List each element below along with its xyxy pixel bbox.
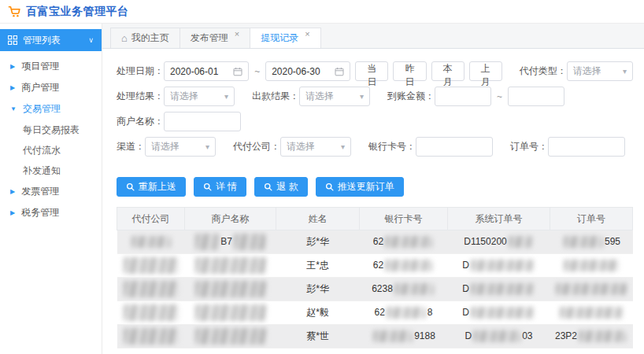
sidebar-item-label: 发票管理 <box>21 185 59 198</box>
payout-result-select[interactable]: 请选择 ▾ <box>299 87 370 106</box>
sidebar-subitem-reissue-notice[interactable]: 补发通知 <box>0 160 102 181</box>
sidebar: 管理列表 ∨ ▶ 项目管理 ▶ 商户管理 ▼ 交易管理 每日交易报表 代付流水 <box>0 24 102 354</box>
masked-name: 王*忠 <box>306 260 329 271</box>
amount-max-input[interactable] <box>508 87 564 106</box>
cell-customer-name: 彭*华 <box>276 278 360 301</box>
merchant-fragment: B7 <box>220 236 232 247</box>
redacted-text-blur <box>195 234 219 250</box>
date-from-field[interactable] <box>170 66 230 77</box>
cell-pay-company <box>117 278 185 301</box>
tab-withdraw-records[interactable]: 提现记录 × <box>250 28 320 48</box>
amount-max-field[interactable] <box>514 91 558 102</box>
records-table: 代付公司 商户名称 姓名 银行卡号 系统订单号 订单号 B7 彭*华 <box>117 207 633 348</box>
table-row[interactable]: B7 彭*华 62 D1150200 595 <box>117 230 633 254</box>
date-from-input[interactable] <box>164 61 249 81</box>
resend-button[interactable]: 重新上送 <box>117 177 186 197</box>
cell-bank-card: 9188 <box>360 325 448 348</box>
search-icon <box>203 183 212 191</box>
date-filter-label: 处理日期： <box>117 65 164 78</box>
redacted-text-blur <box>471 283 534 295</box>
merchant-name-input[interactable] <box>164 112 241 131</box>
bank-card-input[interactable] <box>416 137 493 157</box>
select-placeholder: 请选择 <box>287 140 315 153</box>
refund-button[interactable]: 退 款 <box>254 177 307 197</box>
quick-this-month-button[interactable]: 本月 <box>431 61 464 81</box>
channel-select[interactable]: 请选择 ▾ <box>145 137 216 157</box>
range-separator: ~ <box>497 91 502 102</box>
table-row[interactable]: 蔡*世 9188 D03 23P2 <box>117 325 633 348</box>
order-no-input[interactable] <box>548 137 625 157</box>
amount-min-field[interactable] <box>441 91 485 102</box>
search-icon <box>264 183 272 191</box>
quick-today-button[interactable]: 当日 <box>355 61 388 81</box>
quick-yesterday-button[interactable]: 昨日 <box>393 61 426 81</box>
table-row[interactable]: 彭*华 6238 D <box>117 278 633 301</box>
sidebar-item-tax[interactable]: ▶ 税务管理 <box>0 202 102 223</box>
sys-order-fragment: D1150200 <box>464 236 507 247</box>
chevron-down-icon: ▾ <box>623 68 627 76</box>
cell-bank-card: 62 <box>360 254 448 278</box>
cell-merchant-name <box>185 278 276 301</box>
quick-last-month-button[interactable]: 上月 <box>469 61 502 81</box>
sidebar-item-invoice[interactable]: ▶ 发票管理 <box>0 181 102 202</box>
button-label: 重新上送 <box>139 180 176 194</box>
pay-type-label: 代付类型： <box>520 65 567 78</box>
amount-min-input[interactable] <box>435 87 491 106</box>
col-sys-order: 系统订单号 <box>448 208 550 230</box>
redacted-text-blur <box>564 236 603 248</box>
order-no-label: 订单号： <box>510 140 548 153</box>
cell-merchant-name <box>185 254 276 278</box>
tab-publish-manage[interactable]: 发布管理 × <box>180 28 250 48</box>
date-to-field[interactable] <box>272 66 331 77</box>
merchant-name-field[interactable] <box>170 116 235 127</box>
sidebar-item-merchant[interactable]: ▶ 商户管理 <box>0 77 102 98</box>
sys-order-fragment: D <box>462 260 469 271</box>
col-bank-card: 银行卡号 <box>360 208 448 230</box>
chevron-down-icon: ▾ <box>205 143 209 151</box>
tab-label: 提现记录 <box>261 31 298 45</box>
card-fragment: 6238 <box>372 283 393 294</box>
close-icon[interactable]: × <box>305 29 309 39</box>
detail-button[interactable]: 详 情 <box>194 177 246 197</box>
redacted-text-blur <box>579 330 626 342</box>
redacted-text-blur <box>564 260 619 271</box>
chevron-right-icon: ▶ <box>10 189 15 195</box>
cell-customer-name: 赵*毅 <box>276 301 360 325</box>
merchant-name-label: 商户名称： <box>117 115 164 128</box>
sys-order-fragment: D <box>464 330 472 341</box>
cell-merchant-name <box>185 301 276 325</box>
sidebar-subitem-payment-flow[interactable]: 代付流水 <box>0 140 102 160</box>
redacted-text-blur <box>124 328 179 345</box>
sidebar-header[interactable]: 管理列表 ∨ <box>0 29 102 51</box>
redacted-text-blur <box>556 283 627 295</box>
tab-home[interactable]: ⌂ 我的主页 <box>110 28 180 48</box>
cell-sys-order: D1150200 <box>448 230 550 254</box>
chevron-down-icon: ▼ <box>10 106 17 112</box>
date-to-input[interactable] <box>265 61 350 81</box>
sidebar-subitem-daily-report[interactable]: 每日交易报表 <box>0 120 102 140</box>
chevron-right-icon: ▶ <box>10 210 15 216</box>
button-label: 推送更新订单 <box>338 180 394 194</box>
process-result-select[interactable]: 请选择 ▾ <box>164 87 235 106</box>
redacted-text-blur <box>124 281 179 297</box>
sidebar-item-project[interactable]: ▶ 项目管理 <box>0 56 102 77</box>
pay-type-select[interactable]: 请选择 ▾ <box>567 61 633 81</box>
sidebar-item-transaction[interactable]: ▼ 交易管理 <box>0 98 102 120</box>
push-update-button[interactable]: 推送更新订单 <box>316 177 404 197</box>
col-order-no: 订单号 <box>550 208 633 230</box>
table-row[interactable]: 赵*毅 628 D <box>117 301 633 325</box>
main-layout: 管理列表 ∨ ▶ 项目管理 ▶ 商户管理 ▼ 交易管理 每日交易报表 代付流水 <box>0 24 644 354</box>
close-icon[interactable]: × <box>235 29 239 39</box>
pay-company-select[interactable]: 请选择 ▾ <box>280 137 351 157</box>
top-header: 百富宝业务管理平台 <box>0 0 644 24</box>
bank-card-field[interactable] <box>422 142 487 153</box>
redacted-text-blur <box>471 307 534 319</box>
action-bar: 重新上送 详 情 退 款 推送更新订单 <box>117 177 633 197</box>
table-row[interactable]: 王*忠 62 D <box>117 254 633 278</box>
cell-pay-company <box>117 301 185 325</box>
menu-grid-icon <box>8 35 17 45</box>
redacted-text-blur <box>387 307 426 319</box>
order-no-field[interactable] <box>554 142 619 153</box>
amount-label: 到账金额： <box>387 90 435 103</box>
chevron-right-icon: ▶ <box>10 64 15 70</box>
